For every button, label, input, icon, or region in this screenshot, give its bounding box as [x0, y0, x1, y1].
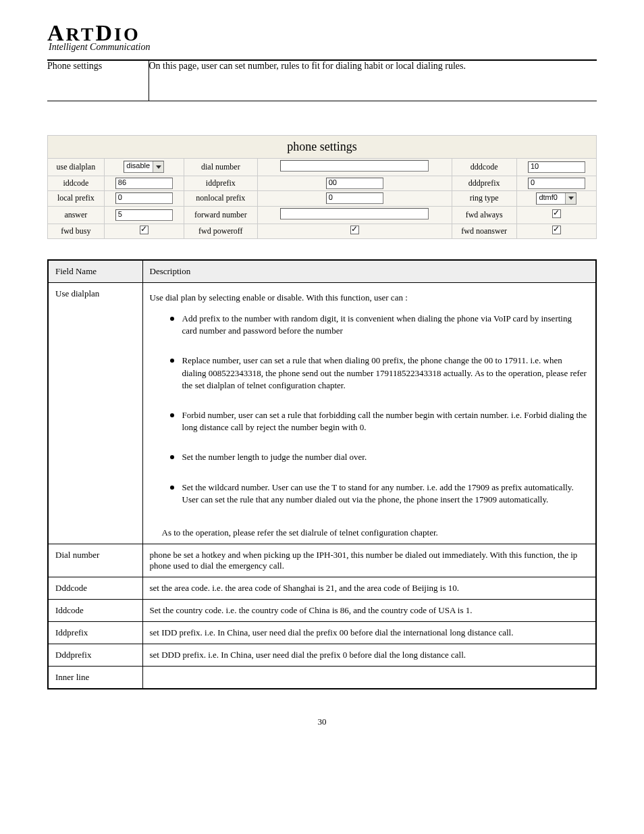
field-value: 0	[516, 176, 596, 190]
page-header-right: On this page, user can set number, rules…	[149, 60, 597, 101]
row-desc: set IDD prefix. i.e. In China, user need…	[150, 627, 514, 637]
field-value: 0	[257, 190, 452, 206]
text-input[interactable]: 0	[528, 178, 585, 189]
logo: ARTDIO Intelligent Communication	[47, 20, 597, 57]
checkbox[interactable]	[552, 209, 561, 218]
row-field: Iddcode	[48, 599, 142, 621]
field-label: fwd busy	[48, 224, 105, 238]
text-input[interactable]: 0	[326, 192, 383, 204]
field-value: disable	[104, 158, 184, 176]
ref-head-desc: Description	[142, 260, 596, 283]
field-value	[257, 158, 452, 176]
checkbox[interactable]	[350, 226, 359, 234]
page-number: 30	[47, 716, 597, 727]
text-input[interactable]: 10	[528, 161, 585, 173]
select-input[interactable]: dtmf0	[536, 192, 576, 205]
field-label: ring type	[452, 190, 516, 206]
row-intro: Use dial plan by selecting enable or dis…	[150, 292, 589, 303]
logo-tagline: Intelligent Communication	[49, 42, 598, 53]
row-desc-cell	[142, 666, 596, 689]
text-input[interactable]: 00	[326, 178, 383, 189]
field-label: dddprefix	[452, 176, 516, 190]
row-field: Iddprefix	[48, 621, 142, 644]
field-label: fwd poweroff	[184, 224, 257, 238]
field-label: nonlocal prefix	[184, 190, 257, 206]
checkbox[interactable]	[140, 226, 149, 234]
field-label: fwd noanswer	[452, 224, 516, 238]
row-desc-cell: phone be set a hotkey and when picking u…	[142, 544, 596, 577]
text-input[interactable]: 86	[115, 178, 173, 189]
phone-settings-screenshot: phone settings use dialplandisabledial n…	[47, 135, 597, 239]
row-field: Inner line	[48, 666, 142, 689]
text-input[interactable]	[280, 208, 429, 219]
row-field: Dial number	[48, 544, 142, 577]
field-value	[257, 224, 452, 238]
field-value	[516, 224, 596, 238]
field-value: 5	[104, 206, 184, 224]
field-label: local prefix	[48, 190, 105, 206]
checkbox[interactable]	[552, 226, 561, 234]
row-desc-cell: set DDD prefix. i.e. In China, user need…	[142, 644, 596, 666]
field-value: dtmf0	[516, 190, 596, 206]
row-desc-cell: Set the country code. i.e. the country c…	[142, 599, 596, 621]
field-value	[516, 206, 596, 224]
list-item: Forbid number, user can set a rule that …	[170, 405, 589, 447]
field-value: 10	[516, 158, 596, 176]
ring-note: As to the operation, please refer the se…	[150, 525, 589, 538]
text-input[interactable]: 0	[115, 192, 173, 204]
select-input[interactable]: disable	[124, 161, 164, 173]
row-desc: Set the country code. i.e. the country c…	[150, 605, 473, 615]
row-field: Use dialplan	[48, 283, 142, 544]
field-value: 00	[257, 176, 452, 190]
row-desc: set DDD prefix. i.e. In China, user need…	[150, 650, 466, 660]
field-label: use dialplan	[48, 158, 105, 176]
field-label: iddcode	[48, 176, 105, 190]
list-item: Add prefix to the number with random dig…	[170, 309, 589, 350]
row-desc: set the area code. i.e. the area code of…	[150, 583, 459, 593]
field-value: 86	[104, 176, 184, 190]
text-input[interactable]	[280, 160, 429, 172]
field-label: iddprefix	[184, 176, 257, 190]
row-desc-cell: set IDD prefix. i.e. In China, user need…	[142, 621, 596, 644]
list-item: Set the number length to judge the numbe…	[170, 447, 589, 477]
field-label: answer	[48, 206, 105, 224]
row-field: Dddprefix	[48, 644, 142, 666]
field-value	[104, 224, 184, 238]
field-label: dddcode	[452, 158, 516, 176]
phone-settings-title: phone settings	[48, 135, 597, 158]
reference-table: Field Name Description Use dialplanUse d…	[47, 259, 597, 689]
list-item: Replace number, user can set a rule that…	[170, 350, 589, 405]
page-header: Phone settings On this page, user can se…	[47, 59, 597, 101]
list-item: Set the wildcard number. User can use th…	[170, 477, 589, 519]
field-label: fwd always	[452, 206, 516, 224]
ref-head-field: Field Name	[48, 260, 142, 283]
field-label: dial number	[184, 158, 257, 176]
field-label: forward number	[184, 206, 257, 224]
field-value	[257, 206, 452, 224]
row-desc: phone be set a hotkey and when picking u…	[150, 550, 578, 571]
row-desc-cell: set the area code. i.e. the area code of…	[142, 577, 596, 599]
field-value: 0	[104, 190, 184, 206]
row-desc-cell: Use dial plan by selecting enable or dis…	[142, 283, 596, 544]
page-header-left: Phone settings	[47, 60, 149, 101]
text-input[interactable]: 5	[115, 209, 173, 221]
row-field: Dddcode	[48, 577, 142, 599]
